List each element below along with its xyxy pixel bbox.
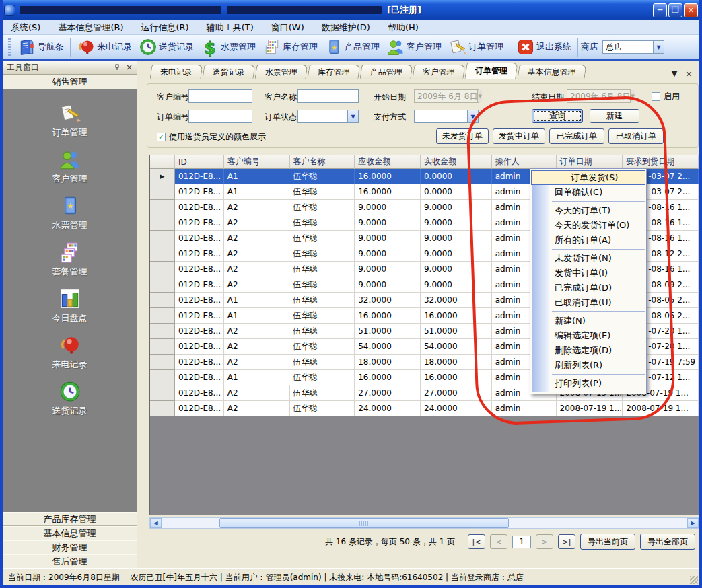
menu-item-completed-orders[interactable]: 已完成订单(D) bbox=[530, 281, 646, 295]
column-header-operator[interactable]: 操作人 bbox=[492, 155, 557, 169]
cancelled-orders-button[interactable]: 已取消订单 bbox=[608, 128, 664, 144]
close-icon[interactable]: × bbox=[126, 63, 133, 72]
resize-grip[interactable] bbox=[690, 576, 698, 584]
tab-close-icon[interactable]: × bbox=[685, 69, 693, 79]
sidebar-item-call-records[interactable]: 来电记录 bbox=[3, 330, 137, 376]
menu-basic-info[interactable]: 基本信息管理(B) bbox=[58, 22, 123, 34]
menu-help[interactable]: 帮助(H) bbox=[388, 22, 419, 34]
close-button[interactable]: × bbox=[684, 3, 698, 17]
sidebar-group-basic-info[interactable]: 基本信息管理 bbox=[3, 526, 137, 540]
menu-item-todays-shipped-orders[interactable]: 今天的发货订单(O) bbox=[530, 218, 646, 233]
prev-page-button[interactable]: < bbox=[490, 534, 507, 549]
tab-customer[interactable]: 客户管理 bbox=[413, 65, 466, 79]
column-header-id[interactable]: ID bbox=[175, 155, 224, 169]
menu-item-confirm-receipt[interactable]: 回单确认(C) bbox=[530, 185, 646, 200]
query-button[interactable]: 查询 bbox=[532, 109, 583, 123]
menu-item-unshipped-orders[interactable]: 未发货订单(N) bbox=[530, 251, 646, 266]
order-no-input[interactable] bbox=[188, 110, 252, 123]
column-header-received[interactable]: 实收金额 bbox=[421, 155, 492, 169]
menu-item-all-orders[interactable]: 所有的订单(A) bbox=[530, 233, 646, 248]
table-row[interactable]: 012D-E8...A2伍华聪24.000024.0000admin2008-0… bbox=[150, 401, 699, 416]
scroll-left-icon[interactable]: ◀ bbox=[150, 518, 162, 528]
minimize-button[interactable]: ─ bbox=[653, 3, 667, 17]
toolbar-call-records-button[interactable]: 来电记录 bbox=[73, 36, 135, 58]
column-header-customer-name[interactable]: 客户名称 bbox=[290, 155, 355, 169]
toolbar-grip[interactable] bbox=[8, 38, 11, 56]
pin-icon[interactable] bbox=[114, 64, 120, 71]
toolbar-order-button[interactable]: 订单管理 bbox=[445, 36, 507, 58]
toolbar-inventory-button[interactable]: 库存管理 bbox=[259, 36, 321, 58]
menu-data-maintenance[interactable]: 数据维护(D) bbox=[322, 22, 370, 34]
menu-item-refresh-list[interactable]: 刷新列表(R) bbox=[530, 358, 646, 373]
tab-call-records[interactable]: 来电记录 bbox=[150, 65, 203, 79]
column-header-customer-no[interactable]: 客户编号 bbox=[224, 155, 290, 169]
menu-aux-tools[interactable]: 辅助工具(T) bbox=[207, 22, 254, 34]
shop-select[interactable]: 总店 ▼ bbox=[602, 40, 664, 54]
toolbar-water-ticket-button[interactable]: $ 水票管理 bbox=[197, 36, 259, 58]
pay-method-select[interactable]: ▼ bbox=[414, 110, 479, 123]
toolbar-exit-button[interactable]: 退出系统 bbox=[513, 36, 575, 58]
column-header-required-date[interactable]: 要求到货日期 bbox=[623, 155, 699, 169]
chevron-down-icon[interactable]: ▼ bbox=[467, 110, 478, 122]
menu-item-delete-selected[interactable]: 删除选定项(D) bbox=[530, 343, 646, 358]
scroll-right-icon[interactable]: ▶ bbox=[687, 518, 699, 528]
sidebar-item-water-ticket-mgmt[interactable]: ★ 水票管理 bbox=[3, 190, 137, 237]
shipping-orders-button[interactable]: 发货中订单 bbox=[493, 128, 545, 144]
sidebar-item-order-mgmt[interactable]: 订单管理 bbox=[3, 98, 137, 144]
completed-orders-button[interactable]: 已完成订单 bbox=[549, 128, 604, 144]
tab-delivery-records[interactable]: 送货记录 bbox=[203, 65, 256, 79]
menu-window[interactable]: 窗口(W) bbox=[271, 22, 304, 34]
menu-item-print-list[interactable]: 打印列表(P) bbox=[530, 376, 646, 391]
menu-system[interactable]: 系统(S) bbox=[11, 22, 40, 34]
toolbar-customer-button[interactable]: 客户管理 bbox=[383, 36, 445, 58]
sidebar-group-after-sales[interactable]: 售后管理 bbox=[3, 554, 137, 568]
delivery-color-checkbox[interactable]: ✓ 使用送货员定义的颜色展示 bbox=[157, 131, 266, 143]
start-date-picker[interactable]: 2009年 6月 8日 ▼ bbox=[414, 89, 479, 103]
menu-item-new[interactable]: 新建(N) bbox=[530, 314, 646, 328]
first-page-button[interactable]: |< bbox=[468, 534, 485, 549]
tab-product[interactable]: 产品管理 bbox=[360, 65, 413, 79]
menu-item-todays-orders[interactable]: 今天的订单(T) bbox=[530, 203, 646, 218]
restore-button[interactable]: ❐ bbox=[668, 3, 682, 17]
tab-order-mgmt[interactable]: 订单管理 bbox=[464, 63, 518, 79]
tab-dropdown-icon[interactable]: ▼ bbox=[672, 69, 677, 78]
export-current-page-button[interactable]: 导出当前页 bbox=[580, 534, 635, 550]
tab-basic-info[interactable]: 基本信息管理 bbox=[518, 65, 587, 79]
checkbox-check-icon[interactable]: ✓ bbox=[157, 133, 166, 141]
checkbox-box[interactable] bbox=[652, 92, 660, 101]
horizontal-scrollbar[interactable]: ◀ ▶ bbox=[149, 517, 699, 529]
toolbar-product-button[interactable]: ★ 产品管理 bbox=[321, 36, 383, 58]
chevron-down-icon[interactable]: ▼ bbox=[653, 41, 664, 53]
enable-checkbox[interactable]: 启用 bbox=[652, 91, 680, 102]
menu-runtime-info[interactable]: 运行信息(R) bbox=[141, 22, 188, 34]
column-header-order-date[interactable]: 订单日期 bbox=[557, 155, 623, 169]
sidebar-item-package-mgmt[interactable]: 套餐管理 bbox=[3, 237, 137, 283]
sidebar-group-finance[interactable]: 财务管理 bbox=[3, 540, 137, 554]
column-header-receivable[interactable]: 应收金额 bbox=[355, 155, 421, 169]
sidebar-group-product-inventory[interactable]: 产品库存管理 bbox=[3, 512, 137, 526]
sidebar-group-sales[interactable]: 销售管理 bbox=[3, 75, 137, 89]
menu-item-ship-order[interactable]: 订单发货(S) bbox=[531, 170, 645, 185]
sidebar-item-delivery-records[interactable]: 送货记录 bbox=[3, 376, 137, 422]
order-status-select[interactable]: ▼ bbox=[297, 110, 359, 123]
sidebar-item-today-stocktake[interactable]: 今日盘点 bbox=[3, 283, 137, 330]
page-number-input[interactable] bbox=[512, 536, 531, 548]
next-page-button[interactable]: > bbox=[536, 534, 553, 549]
toolbar-delivery-records-button[interactable]: 送货记录 bbox=[135, 36, 197, 58]
chevron-down-icon[interactable]: ▼ bbox=[347, 110, 358, 122]
customer-no-input[interactable] bbox=[188, 89, 252, 103]
sidebar-item-customer-mgmt[interactable]: 客户管理 bbox=[3, 144, 137, 190]
customer-name-input[interactable] bbox=[297, 89, 359, 103]
menu-item-edit-selected[interactable]: 编辑选定项(E) bbox=[530, 328, 646, 343]
menu-item-cancelled-orders[interactable]: 已取消订单(U) bbox=[530, 295, 646, 310]
end-date-picker[interactable]: 2009年 6月 8日 ▼ bbox=[567, 89, 631, 103]
tab-water-ticket[interactable]: 水票管理 bbox=[255, 65, 308, 79]
tab-inventory[interactable]: 库存管理 bbox=[308, 65, 361, 79]
new-button[interactable]: 新建 bbox=[590, 109, 639, 123]
scrollbar-thumb[interactable] bbox=[219, 518, 509, 528]
menu-item-shipping-orders[interactable]: 发货中订单(I) bbox=[530, 266, 646, 281]
last-page-button[interactable]: >| bbox=[558, 534, 575, 549]
export-all-pages-button[interactable]: 导出全部页 bbox=[640, 534, 695, 550]
toolbar-navigator-button[interactable]: 导航条 bbox=[14, 36, 67, 58]
unshipped-orders-button[interactable]: 未发货订单 bbox=[436, 128, 489, 144]
